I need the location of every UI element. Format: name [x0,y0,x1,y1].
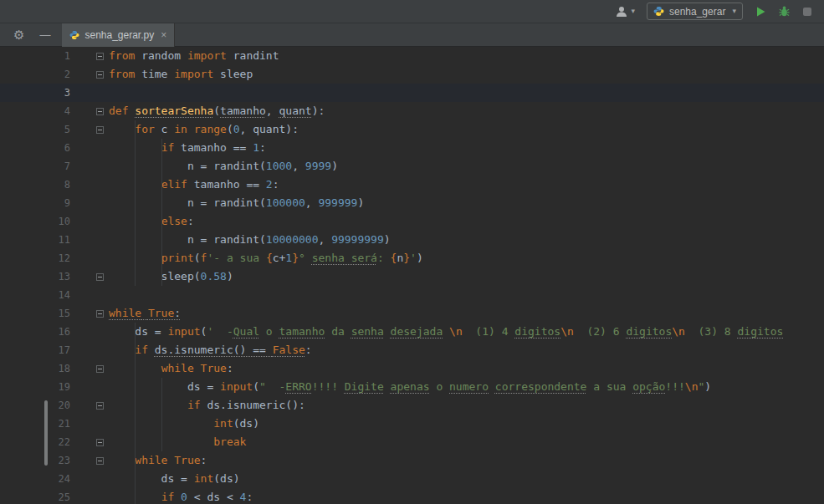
fold-gutter [70,341,109,359]
code-line[interactable]: 1from random import randint [0,47,824,65]
line-number: 10 [0,212,70,231]
scrollbar-thumb[interactable] [44,400,48,466]
code-line[interactable]: 8 elif tamanho == 2: [0,176,824,194]
code-text: if 0 < ds < 4: [109,488,824,504]
code-line[interactable]: 16 ds = input(' -Qual o tamanho da senha… [0,323,824,341]
code-text: print(f'- a sua {c+1}° senha será: {n}') [109,249,824,267]
fold-gutter [70,157,109,176]
fold-gutter [70,304,109,323]
code-text: elif tamanho == 2: [109,176,824,194]
run-config-label: senha_gerar [669,6,727,18]
code-lines: 1from random import randint2from time im… [0,47,824,504]
tab-close-icon[interactable]: × [159,29,166,41]
fold-marker-icon[interactable] [96,71,104,79]
fold-gutter [70,194,109,212]
code-line[interactable]: 9 n = randint(100000, 999999) [0,194,824,212]
fold-gutter [70,176,109,194]
fold-gutter [70,267,109,286]
code-text: if ds.isnumeric(): [109,396,824,415]
hide-panel-icon[interactable]: — [24,29,50,40]
fold-marker-icon[interactable] [96,457,104,465]
code-line[interactable]: 4def sortearSenha(tamanho, quant): [0,102,824,120]
code-line[interactable]: 20 if ds.isnumeric(): [0,396,824,415]
code-line[interactable]: 21 int(ds) [0,415,824,433]
tab-label: senha_gerar.py [84,29,154,41]
line-number: 11 [0,231,70,249]
stop-button[interactable] [802,7,812,17]
code-line[interactable]: 17 if ds.isnumeric() == False: [0,341,824,359]
line-number: 12 [0,249,70,267]
user-menu-button[interactable]: ▾ [615,5,635,18]
indent-guide [161,139,162,286]
fold-gutter [70,65,109,84]
code-line[interactable]: 13 sleep(0.58) [0,267,824,286]
code-editor[interactable]: 1from random import randint2from time im… [0,47,824,504]
line-number: 16 [0,323,70,341]
fold-marker-icon[interactable] [96,273,104,281]
run-play-icon [755,6,766,18]
user-icon [615,5,628,18]
fold-gutter [70,396,109,415]
code-line[interactable]: 7 n = randint(1000, 9999) [0,157,824,176]
fold-marker-icon[interactable] [96,402,104,410]
fold-gutter [70,286,109,304]
fold-gutter [70,470,109,488]
fold-gutter [70,212,109,231]
code-line[interactable]: 2from time import sleep [0,65,824,84]
code-line[interactable]: 25 if 0 < ds < 4: [0,488,824,504]
line-number: 23 [0,451,70,470]
fold-gutter [70,433,109,451]
fold-marker-icon[interactable] [96,439,104,446]
code-line[interactable]: 19 ds = input(" -ERRO!!!! Digite apenas … [0,378,824,396]
python-file-icon [69,30,79,40]
code-line[interactable]: 15while True: [0,304,824,323]
code-line[interactable]: 14 [0,286,824,304]
indent-guide [135,120,136,286]
main-toolbar: ▾ senha_gerar ▾ [0,0,824,23]
fold-marker-icon[interactable] [96,108,104,115]
line-number: 15 [0,304,70,323]
code-text: n = randint(100000, 999999) [109,194,824,212]
fold-marker-icon[interactable] [96,365,104,373]
code-text: break [109,433,824,451]
line-number: 14 [0,286,70,304]
fold-marker-icon[interactable] [96,310,104,318]
line-number: 1 [0,47,70,65]
code-line[interactable]: 10 else: [0,212,824,231]
fold-marker-icon[interactable] [96,126,104,134]
line-number: 6 [0,139,70,157]
indent-guide [135,323,136,504]
tab-senha-gerar[interactable]: senha_gerar.py × [62,23,175,47]
code-text [109,84,824,102]
fold-gutter [70,451,109,470]
line-number: 7 [0,157,70,176]
fold-marker-icon[interactable] [96,53,104,60]
line-number: 20 [0,396,70,415]
line-number: 21 [0,415,70,433]
line-number: 17 [0,341,70,359]
code-line[interactable]: 3 [0,84,824,102]
code-text: for c in range(0, quant): [109,120,824,139]
code-line[interactable]: 18 while True: [0,359,824,378]
code-line[interactable]: 12 print(f'- a sua {c+1}° senha será: {n… [0,249,824,267]
line-number: 19 [0,378,70,396]
run-config-select[interactable]: senha_gerar ▾ [647,3,743,20]
code-line[interactable]: 23 while True: [0,451,824,470]
line-number: 5 [0,120,70,139]
code-text: from random import randint [109,47,824,65]
code-text: if ds.isnumeric() == False: [109,341,824,359]
code-line[interactable]: 22 break [0,433,824,451]
settings-gear-icon[interactable]: ⚙ [0,28,24,41]
code-line[interactable]: 6 if tamanho == 1: [0,139,824,157]
code-line[interactable]: 11 n = randint(10000000, 99999999) [0,231,824,249]
code-text: while True: [109,304,824,323]
code-text: n = randint(10000000, 99999999) [109,231,824,249]
line-number: 4 [0,102,70,120]
line-number: 24 [0,470,70,488]
fold-gutter [70,47,109,65]
code-line[interactable]: 24 ds = int(ds) [0,470,824,488]
run-button[interactable] [755,6,766,18]
fold-gutter [70,249,109,267]
debug-button[interactable] [778,5,791,18]
code-line[interactable]: 5 for c in range(0, quant): [0,120,824,139]
